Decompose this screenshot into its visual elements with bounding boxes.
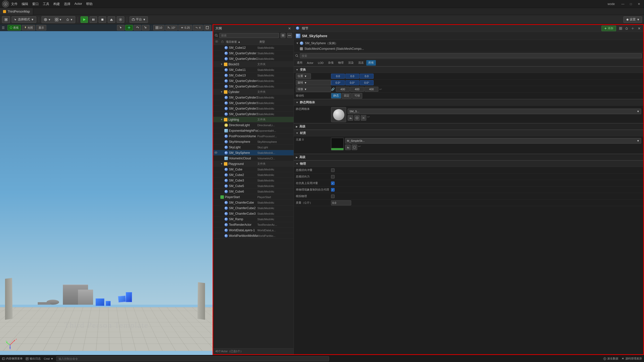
mobility-static-button[interactable]: 静态: [331, 93, 341, 99]
outliner-item[interactable]: SM_Cube13StaticMeshAc: [213, 73, 294, 78]
play-button[interactable]: [80, 16, 88, 23]
outliner-settings-button[interactable]: [280, 33, 286, 38]
outliner-close-button[interactable]: ✕: [288, 26, 292, 30]
position-dropdown[interactable]: 位置 ▼: [296, 73, 311, 79]
outliner-item[interactable]: ▼Cylinder文件夹: [213, 89, 294, 95]
menu-select[interactable]: 选择: [64, 2, 70, 6]
component-item[interactable]: StaticMeshComponent (StaticMeshCompo...: [294, 46, 643, 52]
static-mesh-section-header[interactable]: ▼ 静态网格体: [294, 99, 643, 106]
derived-data-button[interactable]: 派生数据: [603, 357, 618, 360]
viewport-menu-icon[interactable]: ☰: [2, 26, 5, 29]
snap-settings-button[interactable]: ▼: [53, 16, 64, 23]
angle-snap-button[interactable]: 10°: [165, 25, 178, 30]
scale-snap-button[interactable]: 0.25: [178, 25, 192, 30]
outliner-item[interactable]: TextRenderActorTextRenderAc...: [213, 222, 294, 228]
scale-y-input[interactable]: [350, 87, 364, 92]
outliner-item[interactable]: WorldDataLayers-1WorldDataLa...: [213, 228, 294, 233]
filter-tab-physics[interactable]: 物理: [336, 60, 346, 66]
details-content[interactable]: ▼ 变换 位置 ▼: [294, 66, 643, 354]
grid-snap-button[interactable]: 10: [153, 25, 165, 30]
close-button[interactable]: ✕: [636, 2, 642, 6]
instance-name[interactable]: SM_SkySphere（实例）: [305, 41, 338, 46]
details-grid-button[interactable]: [618, 26, 623, 31]
replicate-delegate-checkbox[interactable]: [331, 188, 335, 192]
outliner-item[interactable]: ▼Block03文件夹: [213, 62, 294, 67]
outliner-item[interactable]: SM_Cube6StaticMeshAc: [213, 189, 294, 194]
material-browse-button[interactable]: [345, 145, 351, 150]
stop-button[interactable]: [99, 16, 106, 23]
mesh-name-field[interactable]: SM_S... ▼: [348, 109, 641, 114]
launch-options-button[interactable]: [117, 16, 124, 23]
position-x-input[interactable]: [331, 74, 345, 79]
col-name-header[interactable]: 项目标签 ▲: [225, 40, 259, 44]
outliner-item[interactable]: PlayerStartPlayerStart: [213, 194, 294, 200]
rotate-tool-button[interactable]: [134, 25, 141, 30]
outliner-item[interactable]: SM_QuarterCylinderStaticMeshAc: [213, 51, 294, 56]
rotation-dropdown[interactable]: 旋转 ▼: [296, 80, 331, 85]
outliner-item[interactable]: SM_Cube2StaticMeshAc: [213, 172, 294, 178]
mass-input[interactable]: [331, 200, 351, 205]
menu-window[interactable]: 窗口: [32, 2, 39, 6]
outliner-item[interactable]: SM_CubeStaticMeshAc: [213, 167, 294, 172]
outliner-search-input[interactable]: [219, 33, 279, 38]
rotation-x-input[interactable]: [331, 80, 345, 85]
outliner-item[interactable]: SM_SkySphereStaticMeshA...: [213, 150, 294, 156]
outliner-item[interactable]: SM_ChamferCubeStaticMeshAc: [213, 200, 294, 205]
blue-cube-2[interactable]: [106, 301, 111, 306]
menu-actor[interactable]: Actor: [74, 2, 82, 6]
rotation-z-input[interactable]: [360, 80, 374, 85]
select-mode-button[interactable]: 选择模式 ▼: [12, 16, 36, 23]
outliner-item[interactable]: VolumetricCloudVolumetricCl...: [213, 156, 294, 161]
details-star-button[interactable]: [624, 26, 629, 31]
lighting-mode-button[interactable]: 光照: [22, 25, 35, 30]
details-settings-button[interactable]: [630, 26, 635, 31]
quick-settings-button[interactable]: ▼: [64, 16, 75, 23]
show-button[interactable]: 显示: [36, 25, 46, 30]
menu-edit[interactable]: 编辑: [22, 2, 28, 6]
outliner-item[interactable]: SM_QuarterCylinder11StaticMeshAc: [213, 95, 294, 100]
override-mass-checkbox[interactable]: [331, 195, 335, 198]
place-mode-icon[interactable]: [2, 16, 10, 23]
outliner-item[interactable]: SM_Cube11StaticMeshAc: [213, 67, 294, 73]
outliner-item[interactable]: SM_QuarterCylinder14StaticMeshAc: [213, 111, 294, 117]
rotation-y-input[interactable]: [345, 80, 359, 85]
mesh-reset-button[interactable]: ↩: [367, 115, 370, 121]
scale-tool-button[interactable]: [142, 25, 149, 30]
content-sidebar-button[interactable]: 内容侧滑菜单: [2, 357, 23, 360]
details-search-input[interactable]: [300, 53, 642, 58]
outliner-item[interactable]: SkyAtmosphereSkyAtmosphere: [213, 139, 294, 145]
mesh-clear-button[interactable]: [361, 115, 366, 121]
pause-button[interactable]: [90, 16, 97, 23]
physics-section-header[interactable]: ▼ 物理: [294, 160, 643, 167]
simulate-gravity-checkbox[interactable]: [331, 168, 335, 172]
blue-cube-3[interactable]: [118, 296, 126, 303]
advanced-section-header-2[interactable]: ▶ 高级: [294, 154, 643, 160]
mesh-browse-button[interactable]: [348, 115, 353, 121]
apply-impulse-checkbox[interactable]: [331, 182, 335, 185]
simulate-mass-checkbox[interactable]: [331, 175, 335, 178]
blue-cube-4[interactable]: [126, 292, 132, 302]
mobility-movable-button[interactable]: 可移: [352, 93, 362, 99]
minimize-button[interactable]: —: [620, 2, 626, 6]
perspective-view-button[interactable]: 透视: [8, 25, 21, 30]
outliner-item[interactable]: WorldPartitionMiniMapWorldPartitio...: [213, 233, 294, 239]
maximize-button[interactable]: □: [628, 2, 634, 6]
platform-button[interactable]: 平台 ▼: [130, 16, 148, 23]
settings-button[interactable]: 设置 ▼: [623, 16, 642, 23]
cmd-button[interactable]: Cmd ▼: [44, 357, 53, 360]
materials-section-header[interactable]: ▼ 材质: [294, 130, 643, 136]
outliner-item[interactable]: SM_RampStaticMeshAc: [213, 216, 294, 222]
outliner-item[interactable]: ExponentialHeightFogExponentialH...: [213, 128, 294, 133]
col-type-header[interactable]: 类型: [259, 40, 292, 44]
outliner-item[interactable]: ▼Playground文件夹: [213, 161, 294, 167]
filter-tab-lod[interactable]: LOD: [316, 60, 326, 66]
position-z-input[interactable]: [360, 74, 374, 79]
filter-tab-misc[interactable]: 杂项: [326, 60, 336, 66]
console-input[interactable]: [56, 356, 329, 361]
filter-tab-actor[interactable]: Actor: [305, 60, 315, 66]
translate-tool-button[interactable]: [125, 25, 133, 30]
transform-section-header[interactable]: ▼ 变换: [294, 66, 643, 73]
camera-speed-button[interactable]: 4: [193, 25, 203, 30]
menu-help[interactable]: 帮助: [86, 2, 93, 6]
filter-tab-general[interactable]: 通用: [295, 60, 304, 66]
